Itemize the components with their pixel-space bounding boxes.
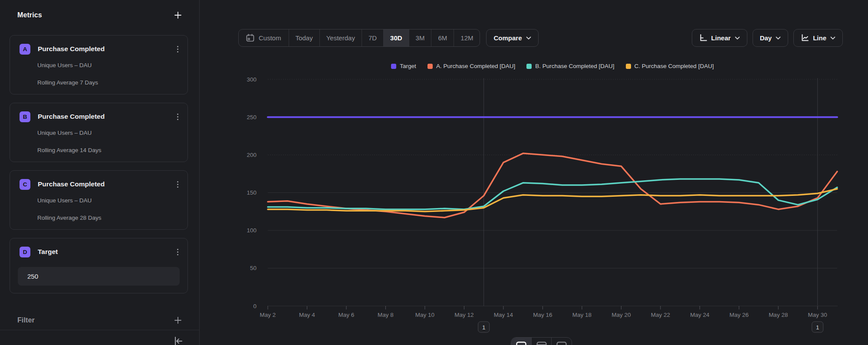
x-axis-label: May 28 xyxy=(769,312,788,318)
date-range-toolbar: Custom Today Yesterday 7D 30D 3M 6M 12M … xyxy=(238,29,539,47)
interval-dropdown[interactable]: Day xyxy=(753,29,789,47)
calendar-icon xyxy=(246,34,254,42)
metric-title: Purchase Completed xyxy=(38,45,174,53)
metric-view-icon xyxy=(556,342,567,345)
range-tab-30d[interactable]: 30D xyxy=(383,29,409,46)
x-axis-label: May 26 xyxy=(730,312,749,318)
metric-measurement[interactable]: Unique Users – DAU xyxy=(37,62,92,68)
metric-options-button[interactable] xyxy=(174,179,181,189)
metric-view-button[interactable] xyxy=(551,338,572,345)
scale-dropdown[interactable]: Linear xyxy=(692,29,747,47)
y-axis-label: 50 xyxy=(250,265,256,271)
range-tab-yesterday[interactable]: Yesterday xyxy=(319,29,362,46)
interval-label: Day xyxy=(760,34,772,42)
x-axis-label: May 30 xyxy=(808,312,827,318)
range-tab-3m[interactable]: 3M xyxy=(409,29,431,46)
y-axis-label: 300 xyxy=(247,76,256,83)
metric-transform[interactable]: Rolling Average 28 Days xyxy=(37,215,102,221)
table-view-icon xyxy=(536,342,547,345)
y-axis-label: 100 xyxy=(247,227,256,234)
annotation-marker-label: 1 xyxy=(816,324,819,331)
collapse-sidebar-button[interactable] xyxy=(173,335,184,345)
compare-button[interactable]: Compare xyxy=(486,29,538,47)
chart-type-label: Line xyxy=(813,34,826,42)
filter-section-title: Filter xyxy=(17,316,35,324)
collapse-panel-icon xyxy=(173,335,184,345)
range-tab-6m[interactable]: 6M xyxy=(431,29,454,46)
x-axis-label: May 22 xyxy=(651,312,670,318)
metric-badge: C xyxy=(20,179,30,190)
axis-scale-icon xyxy=(699,34,707,42)
metric-title: Purchase Completed xyxy=(38,113,174,120)
add-filter-button[interactable] xyxy=(173,316,183,325)
scale-label: Linear xyxy=(711,34,731,42)
filter-section-header: Filter xyxy=(17,316,183,325)
chevron-down-icon xyxy=(830,36,835,40)
metrics-section-header: Metrics xyxy=(17,10,183,20)
series-line xyxy=(268,179,837,209)
y-axis-label: 250 xyxy=(247,114,256,120)
chevron-down-icon xyxy=(526,36,531,40)
target-title: Target xyxy=(38,248,174,256)
line-chart-icon xyxy=(801,34,809,42)
x-axis-label: May 8 xyxy=(378,312,394,318)
target-card[interactable]: D Target 250 xyxy=(10,238,188,293)
metric-transform[interactable]: Rolling Average 7 Days xyxy=(37,79,98,86)
range-tab-12m[interactable]: 12M xyxy=(454,29,480,46)
table-view-button[interactable] xyxy=(531,338,552,345)
x-axis-label: May 16 xyxy=(533,312,552,318)
plus-icon xyxy=(174,11,182,20)
target-card-header: D Target xyxy=(20,246,181,257)
range-tab-label: 6M xyxy=(438,34,447,42)
x-axis-label: May 4 xyxy=(299,312,315,318)
metrics-sidebar: Metrics A Purchase Completed Unique User… xyxy=(0,0,200,345)
metric-options-button[interactable] xyxy=(174,44,181,54)
range-tab-7d[interactable]: 7D xyxy=(362,29,383,46)
metric-card-header: A Purchase Completed xyxy=(20,43,181,55)
target-value-input[interactable]: 250 xyxy=(18,267,180,286)
chart-view-icon xyxy=(516,342,526,345)
chart-type-dropdown[interactable]: Line xyxy=(793,29,843,47)
range-tab-label: Custom xyxy=(259,34,281,42)
view-mode-toggle xyxy=(511,337,572,345)
annotation-marker-label: 1 xyxy=(482,324,486,331)
range-tab-label: 12M xyxy=(460,34,473,42)
metric-card-b[interactable]: B Purchase Completed Unique Users – DAU … xyxy=(10,103,188,162)
metric-options-button[interactable] xyxy=(174,112,181,121)
metric-card-c[interactable]: C Purchase Completed Unique Users – DAU … xyxy=(10,170,188,230)
chevron-down-icon xyxy=(735,36,740,40)
x-axis-label: May 24 xyxy=(690,312,710,318)
range-tab-today[interactable]: Today xyxy=(289,29,319,46)
range-tab-custom[interactable]: Custom xyxy=(239,29,289,46)
metric-title: Purchase Completed xyxy=(38,180,174,188)
chart-view-button[interactable] xyxy=(511,338,531,345)
y-axis-label: 150 xyxy=(247,189,256,196)
compare-label: Compare xyxy=(493,34,522,42)
range-tab-label: 7D xyxy=(368,34,377,42)
range-tab-label: 30D xyxy=(390,34,402,42)
x-axis-label: May 2 xyxy=(260,312,276,318)
range-tab-label: 3M xyxy=(416,34,425,42)
metric-card-header: B Purchase Completed xyxy=(20,111,181,122)
x-axis-label: May 10 xyxy=(415,312,434,318)
report-canvas: Custom Today Yesterday 7D 30D 3M 6M 12M … xyxy=(200,0,868,345)
x-axis-label: May 12 xyxy=(454,312,473,318)
y-axis-label: 200 xyxy=(247,152,256,158)
metric-transform[interactable]: Rolling Average 14 Days xyxy=(37,147,102,153)
metric-measurement[interactable]: Unique Users – DAU xyxy=(37,197,92,204)
metric-badge: D xyxy=(20,247,30,257)
metric-card-a[interactable]: A Purchase Completed Unique Users – DAU … xyxy=(10,35,188,94)
metric-options-button[interactable] xyxy=(174,247,181,257)
chart-settings-toolbar: Linear Day Line xyxy=(692,29,843,47)
add-metric-button[interactable] xyxy=(173,10,183,20)
metric-measurement[interactable]: Unique Users – DAU xyxy=(37,130,92,136)
sidebar-divider xyxy=(0,330,199,330)
x-axis-label: May 6 xyxy=(339,312,355,318)
chevron-down-icon xyxy=(776,36,781,40)
range-tab-label: Today xyxy=(296,34,313,42)
metric-card-header: C Purchase Completed xyxy=(20,179,181,190)
x-axis-label: May 18 xyxy=(572,312,592,318)
metrics-line-chart[interactable]: 050100150200250300May 2May 4May 6May 8Ma… xyxy=(235,56,864,345)
x-axis-label: May 14 xyxy=(494,312,513,318)
metric-badge: A xyxy=(20,44,30,55)
